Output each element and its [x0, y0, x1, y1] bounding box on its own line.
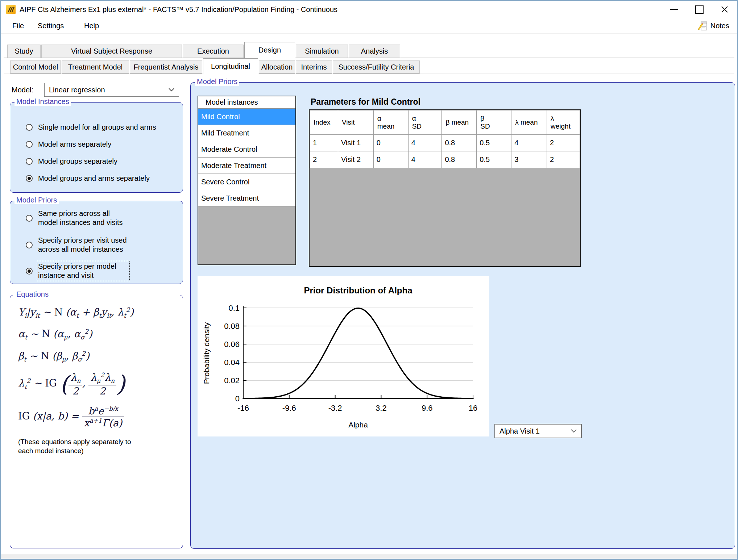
app-icon — [6, 4, 16, 14]
equation-lambda-prior: λt2 ∼ IG (λn2, λμ2λn2) — [18, 372, 178, 397]
list-item-mild-control[interactable]: Mild Control — [198, 109, 295, 125]
equations-group-title: Equations — [14, 290, 50, 298]
model-instances-list: Model instances Mild Control Mild Treatm… — [198, 96, 296, 265]
radio-circle-checked — [26, 175, 33, 182]
tab-treatment-model[interactable]: Treatment Model — [62, 60, 129, 74]
cell-alpha-sd[interactable]: 4 — [408, 135, 442, 151]
svg-text:Probability density: Probability density — [202, 322, 211, 384]
svg-text:0: 0 — [235, 394, 240, 403]
close-icon — [721, 5, 729, 13]
col-alpha-mean: αmean — [373, 110, 408, 135]
cell-lambda-mean[interactable]: 4 — [511, 135, 547, 151]
cell-beta-mean[interactable]: 0.8 — [442, 135, 477, 151]
tab-execution[interactable]: Execution — [183, 45, 244, 58]
svg-text:Alpha: Alpha — [348, 421, 368, 429]
equation-observation-model: Yi|yit ∼ N (αt + βtyit, λt2) — [18, 306, 178, 319]
minimize-button[interactable] — [661, 1, 687, 18]
model-dropdown[interactable]: Linear regression — [44, 83, 179, 97]
cell-beta-mean[interactable]: 0.8 — [442, 151, 477, 168]
tab-interims[interactable]: Interims — [296, 60, 332, 74]
cell-alpha-mean[interactable]: 0 — [373, 151, 408, 168]
tab-design[interactable]: Design — [244, 42, 295, 58]
model-label: Model: — [12, 83, 33, 97]
notes-icon — [697, 20, 708, 32]
cell-lambda-weight[interactable]: 2 — [547, 135, 580, 151]
radio-priors-per-model-instance[interactable]: Specify priors per model instance and vi… — [26, 262, 142, 280]
svg-text:-9.6: -9.6 — [282, 404, 296, 413]
radio-single-model[interactable]: Single model for all groups and arms — [26, 123, 156, 132]
prior-distribution-chart: 00.020.040.060.080.1-16-9.6-3.23.29.616A… — [198, 276, 489, 436]
alpha-prior-density-plot: 00.020.040.060.080.1-16-9.6-3.23.29.616A… — [198, 276, 489, 436]
tab-allocation[interactable]: Allocation — [259, 60, 295, 74]
radio-circle — [26, 242, 33, 248]
cell-lambda-weight[interactable]: 2 — [547, 151, 580, 168]
cell-alpha-mean[interactable]: 0 — [373, 135, 408, 151]
col-lambda-mean: λ mean — [511, 110, 547, 135]
list-item-mild-treatment[interactable]: Mild Treatment — [198, 125, 295, 141]
cell-index[interactable]: 2 — [310, 151, 338, 168]
tab-control-model[interactable]: Control Model — [10, 60, 61, 74]
plot-parameter-value: Alpha Visit 1 — [499, 427, 540, 435]
model-instances-groupbox: Model Instances Single model for all gro… — [10, 102, 183, 193]
svg-text:9.6: 9.6 — [422, 404, 433, 413]
menu-bar: File Settings Help Notes — [1, 18, 737, 34]
model-priors-group-title: Model Priors — [14, 196, 59, 204]
window-title: AIPF Cts Alzheimers Ex1 plus external* -… — [20, 1, 337, 18]
tabstrip2-line — [4, 74, 734, 74]
plot-parameter-dropdown[interactable]: Alpha Visit 1 — [494, 424, 582, 438]
radio-model-groups-separately[interactable]: Model groups separately — [26, 157, 117, 166]
menu-settings[interactable]: Settings — [36, 18, 66, 33]
col-visit: Visit — [338, 110, 373, 135]
tab-frequentist-analysis[interactable]: Frequentist Analysis — [130, 60, 202, 74]
close-button[interactable] — [712, 1, 737, 18]
svg-text:-3.2: -3.2 — [328, 404, 342, 413]
title-bar: AIPF Cts Alzheimers Ex1 plus external* -… — [1, 1, 737, 18]
radio-model-groups-and-arms-separately[interactable]: Model groups and arms separately — [26, 174, 150, 183]
model-priors-groupbox: Model Priors Same priors across all mode… — [10, 201, 183, 284]
notes-button[interactable]: Notes — [697, 19, 729, 33]
list-item-severe-control[interactable]: Severe Control — [198, 174, 295, 190]
chevron-down-icon — [169, 88, 174, 92]
svg-text:0.02: 0.02 — [224, 376, 240, 385]
model-instances-list-header: Model instances — [198, 96, 295, 109]
tab-longitudinal[interactable]: Longitudinal — [203, 58, 258, 74]
col-index: Index — [310, 110, 338, 135]
menu-file[interactable]: File — [10, 18, 26, 33]
model-instances-group-title: Model Instances — [14, 97, 71, 106]
radio-same-priors[interactable]: Same priors across all model instances a… — [26, 209, 142, 227]
cell-index[interactable]: 1 — [310, 135, 338, 151]
table-row: 1 Visit 1 0 4 0.8 0.5 4 2 — [310, 135, 580, 151]
tab-success-futility-criteria[interactable]: Success/Futility Criteria — [333, 60, 420, 74]
tab-analysis[interactable]: Analysis — [349, 45, 400, 58]
menu-help[interactable]: Help — [82, 18, 101, 33]
radio-priors-per-visit[interactable]: Specify priors per visit used across all… — [26, 236, 142, 254]
cell-beta-sd[interactable]: 0.5 — [477, 135, 511, 151]
equation-beta-prior: βt ∼ N (βμ, βσ2) — [18, 350, 178, 363]
list-item-severe-treatment[interactable]: Severe Treatment — [198, 190, 295, 206]
app-window: AIPF Cts Alzheimers Ex1 plus external* -… — [0, 0, 738, 560]
tab-simulation[interactable]: Simulation — [296, 45, 348, 58]
tab-study[interactable]: Study — [7, 45, 41, 58]
list-item-moderate-control[interactable]: Moderate Control — [198, 141, 295, 158]
parameters-heading: Parameters for Mild Control — [311, 97, 420, 107]
cell-alpha-sd[interactable]: 4 — [408, 151, 442, 168]
svg-text:Prior Distribution of Alpha: Prior Distribution of Alpha — [304, 285, 412, 295]
col-beta-mean: β mean — [442, 110, 477, 135]
radio-model-arms-separately[interactable]: Model arms separately — [26, 140, 111, 149]
maximize-button[interactable] — [687, 1, 712, 18]
svg-text:-16: -16 — [237, 404, 249, 413]
svg-text:0.08: 0.08 — [224, 322, 240, 331]
cell-visit[interactable]: Visit 2 — [338, 151, 373, 168]
equations-groupbox: Equations Yi|yit ∼ N (αt + βtyit, λt2) α… — [10, 295, 183, 548]
list-item-moderate-treatment[interactable]: Moderate Treatment — [198, 158, 295, 174]
notes-label: Notes — [710, 22, 729, 30]
cell-visit[interactable]: Visit 1 — [338, 135, 373, 151]
cell-beta-sd[interactable]: 0.5 — [477, 151, 511, 168]
cell-lambda-mean[interactable]: 3 — [511, 151, 547, 168]
table-row: 2 Visit 2 0 4 0.8 0.5 3 2 — [310, 151, 580, 168]
equation-inverse-gamma: IG (x|a, b) = bae−b/xxa+1Γ(a) — [18, 405, 178, 429]
radio-circle — [26, 158, 33, 165]
maximize-icon — [695, 5, 704, 14]
model-priors-panel-title: Model Priors — [195, 78, 239, 86]
tab-virtual-subject-response[interactable]: Virtual Subject Response — [41, 45, 182, 58]
